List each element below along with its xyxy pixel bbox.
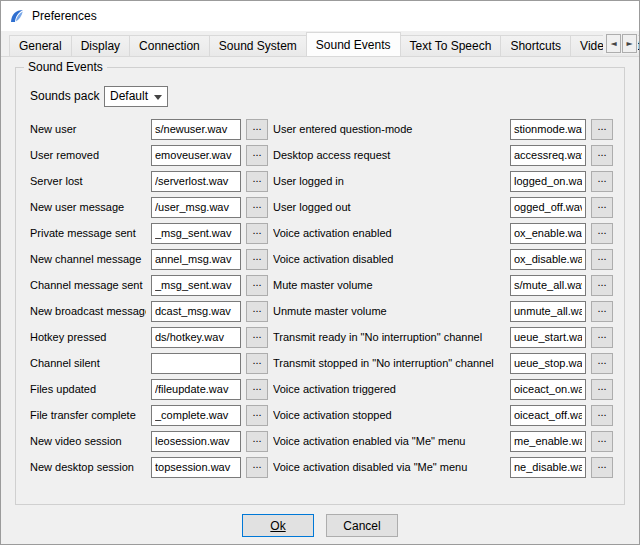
sound-event-label: New broadcast message — [30, 298, 146, 324]
browse-button[interactable]: ... — [591, 197, 613, 218]
browse-button[interactable]: ... — [246, 249, 268, 270]
sound-file-input[interactable] — [151, 145, 241, 166]
sound-event-label: Voice activation disabled via "Me" menu — [273, 454, 505, 480]
sound-file-input[interactable] — [151, 431, 241, 452]
tab-text-to-speech[interactable]: Text To Speech — [400, 35, 502, 56]
sound-event-label: New video session — [30, 428, 146, 454]
cancel-button[interactable]: Cancel — [326, 514, 398, 537]
browse-button[interactable]: ... — [591, 353, 613, 374]
browse-button[interactable]: ... — [246, 171, 268, 192]
sound-file-input[interactable] — [151, 301, 241, 322]
browse-button[interactable]: ... — [246, 379, 268, 400]
tab-general[interactable]: General — [9, 35, 72, 56]
groupbox-title: Sound Events — [24, 60, 107, 74]
browse-button[interactable]: ... — [246, 197, 268, 218]
sound-file-input[interactable] — [510, 171, 586, 192]
sound-file-input[interactable] — [510, 145, 586, 166]
browse-button[interactable]: ... — [591, 301, 613, 322]
sound-file-input[interactable] — [510, 405, 586, 426]
sound-event-label: New channel message — [30, 246, 146, 272]
app-icon — [9, 8, 25, 24]
tab-shortcuts[interactable]: Shortcuts — [500, 35, 571, 56]
sounds-pack-value: Default — [110, 89, 148, 103]
tab-display[interactable]: Display — [71, 35, 130, 56]
sound-event-label: Transmit stopped in "No interruption" ch… — [273, 350, 505, 376]
sound-event-label: New user message — [30, 194, 146, 220]
tab-sound-events[interactable]: Sound Events — [306, 32, 401, 57]
sound-event-label: User entered question-mode — [273, 116, 505, 142]
sound-file-input[interactable] — [510, 249, 586, 270]
sound-event-label: Files updated — [30, 376, 146, 402]
sound-event-label: Voice activation triggered — [273, 376, 505, 402]
sounds-pack-row: Sounds pack Default — [30, 84, 612, 108]
browse-button[interactable]: ... — [246, 405, 268, 426]
sound-event-label: Unmute master volume — [273, 298, 505, 324]
sound-file-input[interactable] — [510, 431, 586, 452]
sound-file-input[interactable] — [151, 405, 241, 426]
sound-event-label: Desktop access request — [273, 142, 505, 168]
sound-events-page: Sound Events Sounds pack Default New use… — [1, 58, 639, 544]
sound-file-input[interactable] — [151, 379, 241, 400]
titlebar: Preferences — [1, 1, 639, 31]
sound-events-grid: New user...User entered question-mode...… — [30, 116, 612, 480]
ok-button[interactable]: Ok — [242, 514, 314, 537]
sound-file-input[interactable] — [151, 171, 241, 192]
sound-event-label: Hotkey pressed — [30, 324, 146, 350]
tab-scroller: ◄ ► — [603, 33, 638, 54]
sound-file-input[interactable] — [151, 327, 241, 348]
sound-file-input[interactable] — [151, 197, 241, 218]
sound-file-input[interactable] — [510, 353, 586, 374]
sound-event-label: New user — [30, 116, 146, 142]
browse-button[interactable]: ... — [246, 275, 268, 296]
sound-file-input[interactable] — [510, 301, 586, 322]
sound-file-input[interactable] — [510, 275, 586, 296]
browse-button[interactable]: ... — [246, 327, 268, 348]
sound-event-label: Mute master volume — [273, 272, 505, 298]
browse-button[interactable]: ... — [591, 405, 613, 426]
sound-file-input[interactable] — [151, 249, 241, 270]
tab-scroll-right-icon[interactable]: ► — [622, 34, 637, 53]
tab-connection[interactable]: Connection — [129, 35, 210, 56]
sound-file-input[interactable] — [510, 457, 586, 478]
browse-button[interactable]: ... — [591, 379, 613, 400]
sound-file-input[interactable] — [510, 379, 586, 400]
sound-file-input[interactable] — [151, 223, 241, 244]
sound-event-label: Channel silent — [30, 350, 146, 376]
sound-event-label: File transfer complete — [30, 402, 146, 428]
sound-file-input[interactable] — [151, 353, 241, 374]
sound-file-input[interactable] — [151, 457, 241, 478]
browse-button[interactable]: ... — [246, 431, 268, 452]
browse-button[interactable]: ... — [246, 119, 268, 140]
browse-button[interactable]: ... — [591, 223, 613, 244]
browse-button[interactable]: ... — [591, 145, 613, 166]
sound-file-input[interactable] — [151, 119, 241, 140]
browse-button[interactable]: ... — [246, 301, 268, 322]
window-title: Preferences — [32, 9, 97, 23]
browse-button[interactable]: ... — [246, 457, 268, 478]
tab-scroll-left-icon[interactable]: ◄ — [606, 34, 621, 53]
sound-file-input[interactable] — [510, 223, 586, 244]
browse-button[interactable]: ... — [246, 145, 268, 166]
sound-file-input[interactable] — [151, 275, 241, 296]
sound-event-label: Transmit ready in "No interruption" chan… — [273, 324, 505, 350]
sound-event-label: Voice activation enabled — [273, 220, 505, 246]
browse-button[interactable]: ... — [591, 171, 613, 192]
chevron-down-icon — [154, 95, 162, 100]
sound-file-input[interactable] — [510, 197, 586, 218]
sound-event-label: Voice activation enabled via "Me" menu — [273, 428, 505, 454]
tab-sound-system[interactable]: Sound System — [209, 35, 307, 56]
browse-button[interactable]: ... — [591, 275, 613, 296]
sound-file-input[interactable] — [510, 119, 586, 140]
browse-button[interactable]: ... — [246, 353, 268, 374]
sound-file-input[interactable] — [510, 327, 586, 348]
browse-button[interactable]: ... — [591, 431, 613, 452]
browse-button[interactable]: ... — [246, 223, 268, 244]
preferences-dialog: Preferences GeneralDisplayConnectionSoun… — [0, 0, 640, 545]
browse-button[interactable]: ... — [591, 327, 613, 348]
browse-button[interactable]: ... — [591, 119, 613, 140]
browse-button[interactable]: ... — [591, 249, 613, 270]
sound-event-label: Voice activation disabled — [273, 246, 505, 272]
browse-button[interactable]: ... — [591, 457, 613, 478]
sounds-pack-select[interactable]: Default — [104, 86, 168, 107]
sound-event-label: New desktop session — [30, 454, 146, 480]
